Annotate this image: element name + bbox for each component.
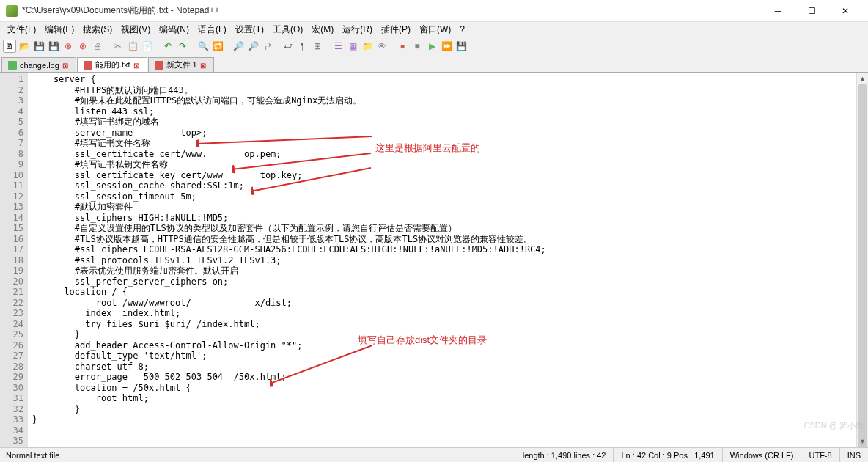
minimize-button[interactable]: ─: [761, 0, 795, 22]
menu-4[interactable]: 编码(N): [155, 22, 194, 37]
paste-icon[interactable]: 📄: [141, 40, 154, 53]
line-number: 25: [1, 329, 23, 340]
tab-2[interactable]: 新文件 1⊠: [148, 57, 214, 72]
code-line[interactable]: ssl_session_cache shared:SSL:1m;: [32, 180, 852, 191]
tab-1[interactable]: 能用的.txt⊠: [77, 57, 147, 72]
tab-close-icon[interactable]: ⊠: [200, 62, 207, 69]
app-icon: [6, 5, 18, 17]
code-editor[interactable]: server { #HTTPS的默认访问端口443。 #如果未在此处配置HTTP…: [28, 73, 856, 447]
menu-6[interactable]: 设置(T): [231, 22, 268, 37]
status-encoding[interactable]: UTF-8: [801, 448, 839, 462]
sync-scroll-icon[interactable]: ⇄: [261, 40, 274, 53]
code-line[interactable]: server_name top>;: [32, 128, 852, 139]
menu-9[interactable]: 运行(R): [338, 22, 377, 37]
status-eol[interactable]: Windows (CR LF): [722, 448, 801, 462]
save-icon[interactable]: 💾: [32, 40, 45, 53]
menu-8[interactable]: 宏(M): [307, 22, 338, 37]
code-line[interactable]: #如果未在此处配置HTTPS的默认访问端口，可能会造成Nginx无法启动。: [32, 95, 852, 106]
line-number: 15: [1, 223, 23, 234]
menu-10[interactable]: 插件(P): [377, 22, 415, 37]
maximize-button[interactable]: ☐: [795, 0, 828, 22]
tab-0[interactable]: change.log⊠: [1, 57, 76, 72]
code-line[interactable]: }: [32, 414, 852, 425]
code-line[interactable]: charset utf-8;: [32, 362, 852, 373]
code-line[interactable]: #填写证书绑定的域名: [32, 117, 852, 128]
code-line[interactable]: location = /50x.html {: [32, 383, 852, 394]
code-line[interactable]: default_type 'text/html';: [32, 351, 852, 362]
record-macro-icon[interactable]: ●: [396, 40, 409, 53]
file-status-icon: [8, 61, 17, 70]
save-macro-icon[interactable]: 💾: [455, 40, 468, 53]
cut-icon[interactable]: ✂: [111, 40, 125, 53]
zoom-in-icon[interactable]: 🔎: [232, 40, 245, 53]
code-line[interactable]: #默认加密套件: [32, 202, 852, 213]
zoom-out-icon[interactable]: 🔎: [246, 40, 260, 53]
code-line[interactable]: #ssl_ciphers ECDHE-RSA-AES128-GCM-SHA256…: [32, 244, 852, 255]
play-macro-icon[interactable]: ▶: [425, 40, 438, 53]
doc-map-icon[interactable]: ▦: [346, 40, 359, 53]
code-line[interactable]: try_files $uri $uri/ /index.html;: [32, 319, 852, 330]
stop-macro-icon[interactable]: ■: [411, 40, 424, 53]
scroll-thumb[interactable]: [858, 84, 867, 447]
code-line[interactable]: error_page 500 502 503 504 /50x.html;: [32, 372, 852, 383]
menu-0[interactable]: 文件(F): [3, 22, 40, 37]
code-line[interactable]: root html;: [32, 393, 852, 404]
code-line[interactable]: index index.html;: [32, 308, 852, 319]
show-all-chars-icon[interactable]: ¶: [296, 40, 309, 53]
code-line[interactable]: ssl_prefer_server_ciphers on;: [32, 276, 852, 287]
vertical-scrollbar[interactable]: ▲ ▼: [856, 73, 868, 447]
replace-icon[interactable]: 🔁: [211, 40, 224, 53]
code-line[interactable]: #表示优先使用服务端加密套件。默认开启: [32, 265, 852, 276]
window-title: *C:\Users\yx09\Documents\能用的.txt - Notep…: [22, 4, 761, 17]
indent-guide-icon[interactable]: ⊞: [311, 40, 324, 53]
menu-12[interactable]: ?: [455, 23, 469, 36]
menu-2[interactable]: 搜索(S): [78, 22, 117, 37]
code-line[interactable]: #TLS协议版本越高，HTTPS通信的安全性越高，但是相较于低版本TLS协议，高…: [32, 234, 852, 245]
code-line[interactable]: ssl_certificate_key cert/www top.key;: [32, 170, 852, 181]
close-button[interactable]: ✕: [828, 0, 862, 22]
line-number: 4: [1, 106, 23, 117]
code-line[interactable]: root /www/wwwroot/ x/dist;: [32, 298, 852, 309]
menu-1[interactable]: 编辑(E): [40, 22, 78, 37]
find-icon[interactable]: 🔍: [196, 40, 210, 53]
undo-icon[interactable]: ↶: [161, 40, 174, 53]
code-line[interactable]: ssl_ciphers HIGH:!aNULL:!MD5;: [32, 213, 852, 224]
code-line[interactable]: server {: [32, 74, 852, 85]
code-line[interactable]: #HTTPS的默认访问端口443。: [32, 85, 852, 96]
scroll-up-icon[interactable]: ▲: [857, 73, 868, 84]
tab-close-icon[interactable]: ⊠: [133, 62, 141, 69]
menu-7[interactable]: 工具(O): [268, 22, 307, 37]
tab-close-icon[interactable]: ⊠: [62, 62, 70, 69]
code-line[interactable]: location / {: [32, 287, 852, 298]
menu-11[interactable]: 窗口(W): [415, 22, 455, 37]
code-line[interactable]: listen 443 ssl;: [32, 106, 852, 117]
scroll-down-icon[interactable]: ▼: [857, 436, 868, 447]
line-number: 36: [1, 447, 23, 448]
new-file-icon[interactable]: 🗎: [3, 40, 16, 53]
code-line[interactable]: #填写证书私钥文件名称: [32, 159, 852, 170]
play-multi-icon[interactable]: ⏩: [440, 40, 453, 53]
wordwrap-icon[interactable]: ⮐: [282, 40, 295, 53]
line-number: 9: [1, 159, 23, 170]
line-number: 24: [1, 319, 23, 330]
monitor-icon[interactable]: 👁: [375, 40, 389, 53]
copy-icon[interactable]: 📋: [126, 40, 139, 53]
status-insert-mode[interactable]: INS: [839, 448, 868, 462]
open-file-icon[interactable]: 📂: [18, 40, 31, 53]
code-line[interactable]: ssl_session_timeout 5m;: [32, 191, 852, 202]
func-list-icon[interactable]: ☰: [331, 40, 345, 53]
line-number: 29: [1, 372, 23, 383]
menu-3[interactable]: 视图(V): [117, 22, 155, 37]
folder-workspace-icon[interactable]: 📁: [361, 40, 374, 53]
menu-5[interactable]: 语言(L): [194, 22, 231, 37]
redo-icon[interactable]: ↷: [176, 40, 189, 53]
line-number: 32: [1, 404, 23, 415]
code-line[interactable]: #自定义设置使用的TLS协议的类型以及加密套件（以下为配置示例，请您自行评估是否…: [32, 223, 852, 234]
code-line[interactable]: #ssl_protocols TLSv1.1 TLSv1.2 TLSv1.3;: [32, 255, 852, 266]
close-file-icon[interactable]: ⊗: [62, 40, 75, 53]
close-all-icon[interactable]: ⊗: [76, 40, 89, 53]
code-line[interactable]: }: [32, 404, 852, 415]
line-number: 7: [1, 138, 23, 149]
save-all-icon[interactable]: 💾: [47, 40, 60, 53]
print-icon[interactable]: 🖨: [91, 40, 104, 53]
